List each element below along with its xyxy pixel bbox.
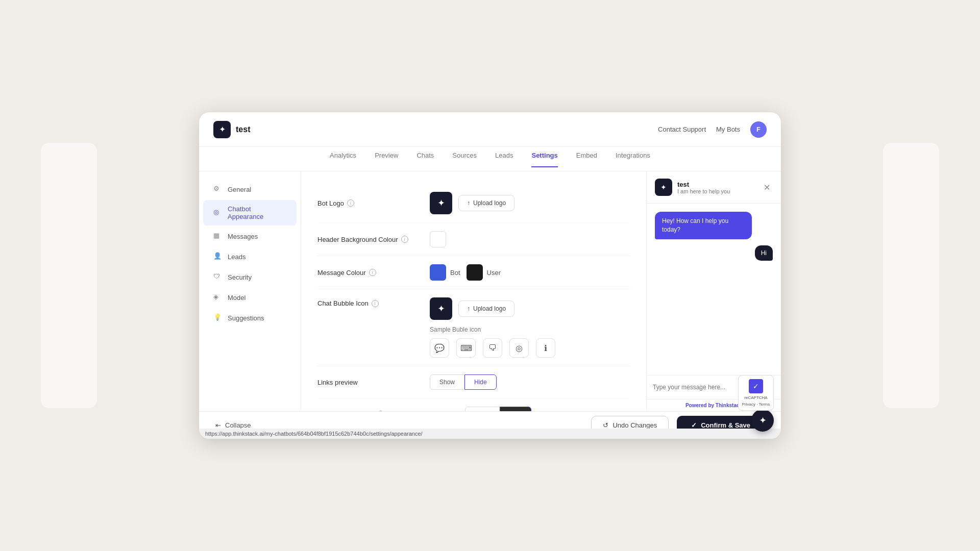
url-bar: https://app.thinkstack.ai/my-chatbots/66… bbox=[199, 429, 781, 439]
chat-bot-avatar: ✦ bbox=[655, 179, 672, 196]
bubble-icon-chat[interactable]: 💬 bbox=[430, 338, 449, 358]
post-feedback-hide-btn[interactable]: Hide bbox=[500, 407, 532, 411]
header-bg-swatch[interactable] bbox=[430, 231, 446, 247]
bot-initial-message: Hey! How can I help you today? bbox=[655, 212, 752, 239]
chat-close-btn[interactable]: ✕ bbox=[761, 181, 773, 193]
links-show-btn[interactable]: Show bbox=[430, 374, 464, 390]
sidebar-label-suggestions: Suggestions bbox=[228, 314, 264, 322]
post-feedback-control: Upgrade Show Hide bbox=[430, 407, 630, 411]
chat-bubble-preview: ✦ bbox=[430, 297, 452, 320]
user-avatar[interactable]: F bbox=[750, 121, 767, 138]
confirm-check-icon: ✓ bbox=[691, 421, 697, 429]
chat-widget-float-btn[interactable]: ✦ bbox=[751, 409, 774, 432]
sidebar-item-leads[interactable]: 👤 Leads bbox=[203, 247, 297, 266]
chat-header-info: ✦ test I am here to help you bbox=[655, 179, 730, 196]
sidebar: ⚙ General ◎ Chatbot Appearance ▦ Message… bbox=[199, 171, 301, 411]
tab-embed[interactable]: Embed bbox=[576, 152, 597, 167]
sidebar-item-general[interactable]: ⚙ General bbox=[203, 180, 297, 199]
sidebar-label-security: Security bbox=[228, 273, 252, 281]
chat-messages: Hey! How can I help you today? Hi bbox=[647, 204, 781, 375]
sidebar-item-suggestions[interactable]: 💡 Suggestions bbox=[203, 308, 297, 328]
bot-logo-info-icon[interactable]: i bbox=[347, 199, 354, 207]
bot-logo-preview: ✦ bbox=[430, 192, 452, 214]
recaptcha-label: reCAPTCHA bbox=[744, 395, 767, 400]
chat-header: ✦ test I am here to help you ✕ bbox=[647, 171, 781, 204]
bubble-icon-info[interactable]: ℹ bbox=[536, 338, 555, 358]
my-bots-link[interactable]: My Bots bbox=[716, 126, 740, 133]
links-hide-btn[interactable]: Hide bbox=[464, 374, 497, 390]
app-title: test bbox=[236, 125, 250, 134]
links-preview-toggle: Show Hide bbox=[430, 374, 497, 390]
sidebar-item-model[interactable]: ◈ Model bbox=[203, 288, 297, 307]
app-logo-icon: ✦ bbox=[213, 121, 231, 138]
message-colour-control: Bot User bbox=[430, 264, 630, 281]
recaptcha-check: ✓ bbox=[749, 379, 763, 393]
leads-icon: 👤 bbox=[213, 252, 223, 261]
post-feedback-row: Post chat feedback i Upgrade Show Hide bbox=[317, 398, 630, 411]
header-bg-info-icon[interactable]: i bbox=[401, 236, 408, 243]
contact-support-link[interactable]: Contact Support bbox=[658, 126, 706, 133]
message-colour-label: Message Colour i bbox=[317, 269, 420, 277]
chat-bot-name: test bbox=[677, 181, 730, 188]
tab-leads[interactable]: Leads bbox=[495, 152, 513, 167]
chat-bubble-section: Chat Bubble Icon i ✦ ↑ Upload logo bbox=[317, 289, 630, 366]
app-window: ✦ test Contact Support My Bots F Analyti… bbox=[199, 112, 781, 439]
recaptcha-box: ✓ reCAPTCHA Privacy · Terms bbox=[738, 375, 774, 411]
bot-color-pair: Bot bbox=[430, 264, 460, 281]
bubble-icon-keyboard[interactable]: ⌨ bbox=[456, 338, 476, 358]
bot-logo-label: Bot Logo i bbox=[317, 199, 420, 207]
post-feedback-show-btn[interactable]: Show bbox=[465, 407, 500, 411]
user-color-label: User bbox=[487, 269, 501, 277]
sidebar-label-leads: Leads bbox=[228, 253, 246, 261]
security-icon: 🛡 bbox=[213, 272, 223, 282]
user-color-swatch[interactable] bbox=[467, 264, 483, 281]
post-feedback-toggle: Show Hide bbox=[465, 407, 532, 411]
message-colour-row: Message Colour i Bot User bbox=[317, 256, 630, 289]
sidebar-item-security[interactable]: 🛡 Security bbox=[203, 267, 297, 287]
ghost-panel-left bbox=[41, 143, 97, 408]
user-color-pair: User bbox=[467, 264, 501, 281]
general-icon: ⚙ bbox=[213, 185, 223, 194]
message-colour-info-icon[interactable]: i bbox=[369, 269, 376, 276]
collapse-icon[interactable]: ⇤ bbox=[215, 421, 221, 429]
tab-analytics[interactable]: Analytics bbox=[330, 152, 356, 167]
chat-bubble-controls: ✦ ↑ Upload logo Sample Buble icon 💬 ⌨ bbox=[430, 297, 555, 358]
upload-icon-bubble: ↑ bbox=[467, 305, 470, 312]
messages-icon: ▦ bbox=[213, 232, 223, 241]
header-bg-row: Header Background Colour i bbox=[317, 223, 630, 256]
bubble-icons-row: 💬 ⌨ 🗨 ◎ ℹ bbox=[430, 338, 555, 358]
sidebar-item-chatbot-appearance[interactable]: ◎ Chatbot Appearance bbox=[203, 200, 297, 226]
header-bg-label: Header Background Colour i bbox=[317, 236, 420, 243]
chat-bubble-upload-btn[interactable]: ↑ Upload logo bbox=[458, 300, 514, 317]
tab-chats[interactable]: Chats bbox=[416, 152, 434, 167]
bubble-icon-custom[interactable]: ◎ bbox=[509, 338, 529, 358]
links-preview-label: Links preview bbox=[317, 379, 420, 386]
chat-bot-subtitle: I am here to help you bbox=[677, 188, 730, 194]
tab-settings[interactable]: Settings bbox=[531, 152, 557, 167]
collapse-btn[interactable]: Collapse bbox=[225, 421, 251, 429]
bot-color-swatch[interactable] bbox=[430, 264, 446, 281]
links-preview-control: Show Hide bbox=[430, 374, 630, 390]
collapse-area: ⇤ Collapse bbox=[215, 421, 251, 429]
chat-bubble-label: Chat Bubble Icon i bbox=[317, 297, 420, 307]
tab-sources[interactable]: Sources bbox=[452, 152, 477, 167]
bot-logo-row: Bot Logo i ✦ ↑ Upload logo bbox=[317, 184, 630, 223]
chatbot-appearance-icon: ◎ bbox=[213, 208, 223, 217]
bubble-icon-comment[interactable]: 🗨 bbox=[483, 338, 502, 358]
chat-bubble-upload-row: ✦ ↑ Upload logo bbox=[430, 297, 555, 320]
main-content: ⚙ General ◎ Chatbot Appearance ▦ Message… bbox=[199, 171, 781, 411]
sidebar-label-general: General bbox=[228, 186, 251, 193]
nav-tabs: Analytics Preview Chats Sources Leads Se… bbox=[199, 147, 781, 171]
chat-bot-info: test I am here to help you bbox=[677, 181, 730, 194]
links-preview-row: Links preview Show Hide bbox=[317, 366, 630, 398]
tab-preview[interactable]: Preview bbox=[375, 152, 398, 167]
user-message: Hi bbox=[755, 245, 773, 261]
bot-logo-upload-btn[interactable]: ↑ Upload logo bbox=[458, 195, 514, 211]
header-bg-control bbox=[430, 231, 630, 247]
tab-integrations[interactable]: Integrations bbox=[616, 152, 650, 167]
suggestions-icon: 💡 bbox=[213, 313, 223, 322]
bot-color-label: Bot bbox=[450, 269, 460, 277]
sidebar-item-messages[interactable]: ▦ Messages bbox=[203, 227, 297, 246]
sidebar-label-messages: Messages bbox=[228, 233, 258, 240]
chat-bubble-info-icon[interactable]: i bbox=[372, 300, 379, 307]
